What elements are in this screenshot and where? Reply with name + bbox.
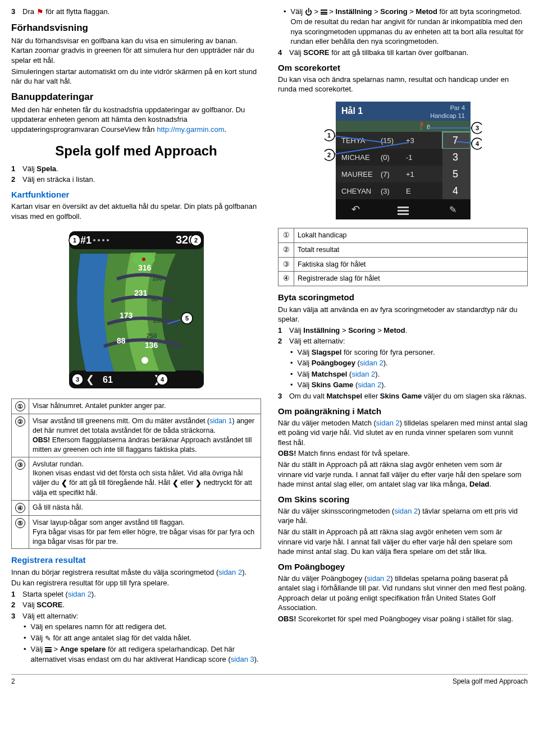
svg-text:Handicap 11: Handicap 11 bbox=[430, 112, 465, 119]
svg-text:3: 3 bbox=[475, 125, 478, 131]
svg-rect-40 bbox=[336, 121, 471, 132]
svg-point-10 bbox=[142, 258, 145, 261]
svg-text:MICHAE: MICHAE bbox=[341, 153, 370, 162]
golf-map-svg: #1 320 316 231 173 88 136 1 bbox=[63, 226, 209, 394]
svg-text:E: E bbox=[406, 187, 411, 195]
menu-icon bbox=[321, 9, 327, 16]
svg-text:2: 2 bbox=[194, 237, 197, 244]
step: 2 Välj en sträcka i listan. bbox=[11, 175, 261, 185]
link[interactable]: sidan 2 bbox=[68, 590, 92, 598]
heading-preview: Förhandsvisning bbox=[11, 22, 261, 35]
page-number: 2 bbox=[11, 677, 15, 686]
link[interactable]: sidan 2 bbox=[218, 568, 242, 576]
svg-text:173: 173 bbox=[120, 311, 133, 320]
svg-rect-70 bbox=[398, 210, 409, 212]
heading-updates: Banuppdateringar bbox=[11, 91, 261, 104]
svg-text:CHEYAN: CHEYAN bbox=[341, 187, 371, 195]
step: 1 Välj Spela. bbox=[11, 164, 261, 174]
svg-text:4: 4 bbox=[453, 185, 458, 196]
svg-text:200: 200 bbox=[153, 317, 163, 324]
svg-text:3: 3 bbox=[453, 152, 458, 163]
svg-text:(15): (15) bbox=[381, 136, 394, 145]
heading-play: Spela golf med Approach bbox=[11, 142, 261, 160]
svg-text:250: 250 bbox=[147, 332, 157, 339]
svg-point-20 bbox=[141, 357, 148, 364]
svg-text:4: 4 bbox=[160, 376, 164, 383]
link[interactable]: sidan 2 bbox=[376, 419, 400, 427]
scorecard-svg: Hål 1 Par 4 Handicap 11 8 TEHYA (15) +3 … bbox=[325, 99, 482, 222]
svg-text:316: 316 bbox=[138, 263, 152, 272]
score-legend-table: ①Lokalt handicap ②Totalt resultat ③Fakti… bbox=[278, 228, 528, 287]
left-column: 3 Dra ⚑ för att flytta flaggan. Förhands… bbox=[11, 6, 261, 665]
link[interactable]: sidan 2 bbox=[360, 359, 383, 367]
step-body: Dra ⚑ för att flytta flaggan. bbox=[22, 7, 261, 17]
svg-text:Hål 1: Hål 1 bbox=[341, 106, 363, 116]
footer-title: Spela golf med Approach bbox=[453, 677, 528, 686]
chevron-left-icon: ❮ bbox=[61, 478, 67, 488]
svg-text:100: 100 bbox=[152, 275, 162, 282]
map-figure: #1 320 316 231 173 88 136 1 bbox=[11, 226, 261, 394]
svg-point-4 bbox=[98, 239, 100, 241]
svg-text:136: 136 bbox=[145, 341, 158, 350]
svg-rect-71 bbox=[398, 213, 409, 215]
scorecard-figure: Hål 1 Par 4 Handicap 11 8 TEHYA (15) +3 … bbox=[278, 99, 528, 222]
chevron-right-icon: ❯ bbox=[195, 478, 202, 488]
svg-text:7: 7 bbox=[453, 135, 458, 146]
svg-text:231: 231 bbox=[134, 288, 148, 297]
svg-text:(3): (3) bbox=[381, 187, 390, 195]
svg-text:8: 8 bbox=[427, 123, 430, 130]
right-column: Välj ⏻ > > Inställning > Scoring > Metod… bbox=[278, 6, 528, 665]
paragraph: Med den här enheten får du kostnadsfria … bbox=[11, 105, 261, 135]
svg-text:-1: -1 bbox=[406, 153, 413, 162]
svg-text:1: 1 bbox=[72, 237, 76, 244]
svg-text:❮: ❮ bbox=[86, 374, 94, 386]
svg-text:+3: +3 bbox=[406, 136, 414, 145]
paragraph: Simuleringen startar automatiskt om du i… bbox=[11, 67, 261, 86]
heading-skins: Om Skins scoring bbox=[278, 494, 528, 505]
heading-mapfunctions: Kartfunktioner bbox=[11, 189, 261, 200]
step-num: 3 bbox=[11, 7, 19, 17]
svg-text:1: 1 bbox=[327, 132, 330, 139]
svg-text:↶: ↶ bbox=[351, 204, 360, 215]
svg-text:5: 5 bbox=[453, 168, 458, 180]
menu-icon bbox=[45, 647, 52, 653]
svg-text:(7): (7) bbox=[381, 170, 390, 178]
svg-point-3 bbox=[93, 239, 95, 241]
svg-text:✎: ✎ bbox=[449, 205, 456, 214]
power-icon: ⏻ bbox=[305, 7, 312, 17]
link[interactable]: http://my.garmin.com bbox=[157, 125, 224, 134]
map-legend-table: ①Visar hålnumret. Antalet punkter anger … bbox=[11, 398, 261, 549]
svg-text:Par 4: Par 4 bbox=[450, 104, 464, 111]
heading-change-scoring: Byta scoringmetod bbox=[278, 292, 528, 303]
pencil-icon: ✎ bbox=[45, 634, 51, 644]
heading-scorecard: Om scorekortet bbox=[278, 62, 528, 74]
svg-text:+1: +1 bbox=[406, 170, 414, 178]
svg-rect-69 bbox=[398, 207, 409, 208]
svg-text:5: 5 bbox=[185, 315, 188, 322]
heading-match: Om poängräkning i Match bbox=[278, 406, 528, 417]
link[interactable]: sidan 2 bbox=[358, 381, 381, 389]
svg-text:(0): (0) bbox=[381, 153, 390, 162]
heading-register: Registrera resultat bbox=[11, 555, 261, 566]
svg-text:MAUREE: MAUREE bbox=[341, 170, 373, 178]
svg-text:88: 88 bbox=[117, 336, 126, 345]
heading-poangbogey: Om Poängbogey bbox=[278, 561, 528, 572]
page-footer: 2 Spela golf med Approach bbox=[11, 674, 528, 686]
paragraph: Kartan visar en översikt av det aktuella… bbox=[11, 201, 261, 221]
svg-text:61: 61 bbox=[103, 375, 113, 384]
link[interactable]: sidan 1 bbox=[209, 417, 232, 425]
svg-text:3: 3 bbox=[75, 376, 79, 383]
link[interactable]: sidan 2 bbox=[367, 574, 390, 583]
svg-text:4: 4 bbox=[475, 140, 479, 147]
link[interactable]: sidan 3 bbox=[231, 655, 254, 663]
svg-text:50: 50 bbox=[151, 296, 158, 303]
svg-point-5 bbox=[102, 239, 104, 241]
flag-icon: ⚑ bbox=[36, 7, 44, 17]
link[interactable]: sidan 2 bbox=[394, 507, 418, 515]
svg-text:2: 2 bbox=[327, 152, 330, 158]
paragraph: När du förhandsvisar en golfbana kan du … bbox=[11, 36, 261, 66]
link[interactable]: sidan 2 bbox=[351, 370, 375, 378]
svg-point-6 bbox=[107, 239, 109, 241]
svg-text:#1: #1 bbox=[80, 235, 92, 246]
chevron-left-icon: ❮ bbox=[172, 478, 179, 488]
